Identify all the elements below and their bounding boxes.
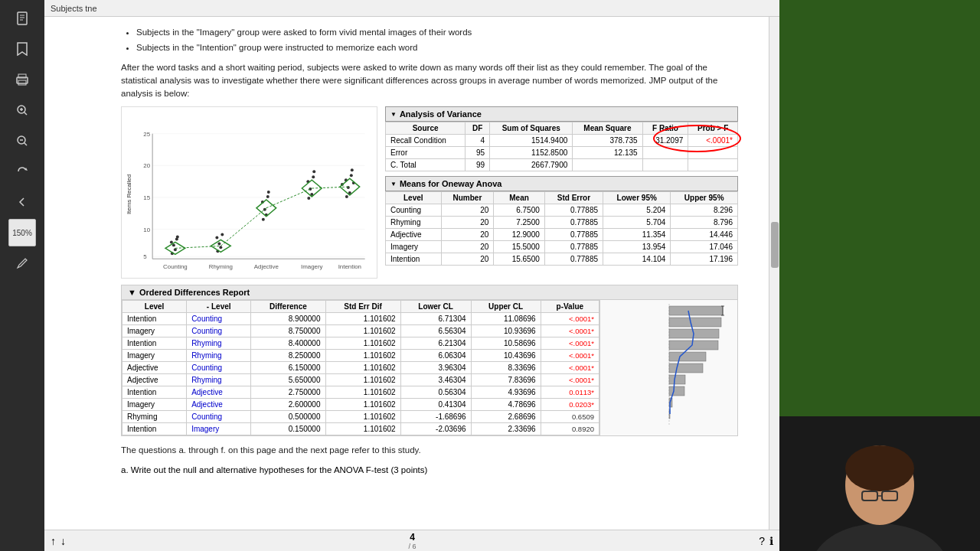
- anova-cell-source-1: Recall Condition: [386, 135, 466, 147]
- anova-cell-source-2: Error: [386, 147, 466, 159]
- camera-feed: [779, 416, 980, 551]
- means-upper-2: 8.796: [671, 217, 738, 229]
- ordered-diff-table: Level - Level Difference Std Err Dif Low…: [122, 300, 599, 435]
- up-arrow-icon[interactable]: ↑: [51, 535, 56, 547]
- zoom-level[interactable]: 150%: [8, 219, 36, 246]
- svg-rect-78: [669, 352, 706, 361]
- svg-line-67: [312, 187, 350, 188]
- svg-rect-75: [669, 318, 721, 327]
- bottom-right-icons: ? ℹ: [759, 535, 773, 547]
- anova-cell-fr-3: [642, 159, 688, 171]
- svg-point-56: [347, 186, 350, 189]
- svg-point-52: [307, 197, 310, 200]
- zoom-out-icon[interactable]: [8, 127, 36, 155]
- zoom-in-icon[interactable]: [8, 96, 36, 124]
- svg-text:Imagery: Imagery: [301, 263, 323, 270]
- means-level-3: Adjective: [386, 229, 442, 241]
- means-row-5: Intention 20 15.6500 0.77885 14.104 17.1…: [386, 253, 738, 266]
- ordered-diff-title: Ordered Differences Report: [139, 288, 250, 297]
- means-level-2: Rhyming: [386, 217, 442, 229]
- means-level-5: Intention: [386, 253, 442, 266]
- svg-point-33: [176, 236, 179, 239]
- svg-point-59: [345, 195, 348, 198]
- scroll-thumb[interactable]: [771, 222, 779, 268]
- means-col-lower: Lower 95%: [603, 192, 671, 204]
- means-row-3: Adjective 20 12.9000 0.77885 11.354 14.4…: [386, 229, 738, 241]
- svg-point-37: [220, 233, 224, 236]
- means-number-1: 20: [441, 204, 494, 217]
- help-icon-2[interactable]: ℹ: [769, 535, 773, 547]
- doc-scroll[interactable]: Subjects in the "Imagery" group were ask…: [44, 17, 769, 530]
- pen-icon[interactable]: [8, 249, 36, 277]
- svg-point-35: [215, 236, 218, 240]
- svg-point-38: [219, 246, 222, 249]
- anova-col-prob: Prob > F: [688, 122, 738, 135]
- means-number-3: 20: [441, 229, 494, 241]
- back-arrow-icon[interactable]: [8, 188, 36, 216]
- od-col-diff: Difference: [251, 301, 325, 313]
- od-col-upper: Upper CL: [471, 301, 541, 313]
- anova-cell-ms-2: 12.135: [573, 147, 642, 159]
- means-level-4: Imagery: [386, 241, 442, 253]
- svg-point-45: [262, 218, 265, 221]
- svg-rect-80: [669, 375, 685, 384]
- bullet-list: Subjects in the "Imagery" group were ask…: [121, 26, 738, 55]
- anova-cell-df-3: 99: [466, 159, 490, 171]
- anova-cell-fr-1: 31.2097: [642, 135, 688, 147]
- od-row-5: AdjectiveCounting 6.1500001.101602 3.963…: [122, 362, 599, 374]
- anova-col-df: DF: [466, 122, 490, 135]
- anova-cell-prob-2: [688, 147, 738, 159]
- means-mean-1: 6.7500: [494, 204, 545, 217]
- svg-point-36: [217, 243, 220, 246]
- anova-col-ms: Mean Square: [573, 122, 642, 135]
- svg-point-43: [266, 195, 270, 198]
- anova-title: Analysis of Variance: [400, 109, 482, 119]
- main-area: Subjects tne Subjects in the "Imagery" g…: [44, 0, 779, 551]
- doc-area: Subjects in the "Imagery" group were ask…: [44, 17, 779, 530]
- means-col-upper: Upper 95%: [671, 192, 738, 204]
- od-col-level: Level: [122, 301, 187, 313]
- anova-cell-ms-1: 378.735: [573, 135, 642, 147]
- svg-rect-6: [18, 80, 26, 85]
- means-col-mean: Mean: [494, 192, 545, 204]
- anova-cell-ss-2: 1152.8500: [490, 147, 573, 159]
- ordered-diff-content: Level - Level Difference Std Err Dif Low…: [122, 300, 737, 435]
- means-number-4: 20: [441, 241, 494, 253]
- anova-header: ▼ Analysis of Variance: [385, 106, 738, 122]
- svg-text:5: 5: [143, 253, 147, 260]
- ordered-diff-table-wrap: Level - Level Difference Std Err Dif Low…: [122, 300, 599, 435]
- od-row-9: RhymingCounting 0.5000001.101602 -1.6869…: [122, 411, 599, 423]
- document-icon[interactable]: [8, 5, 36, 32]
- means-lower-3: 11.354: [603, 229, 671, 241]
- anova-row-2: Error 95 1152.8500 12.135: [386, 147, 738, 159]
- means-row-2: Rhyming 20 7.2500 0.77885 5.704 8.796: [386, 217, 738, 229]
- question-a: a. Write out the null and alternative hy…: [121, 465, 738, 474]
- means-mean-3: 12.9000: [494, 229, 545, 241]
- means-upper-4: 17.046: [671, 241, 738, 253]
- svg-text:Adjective: Adjective: [254, 263, 279, 270]
- bottom-text: The questions a. through f. on this page…: [121, 444, 738, 457]
- means-table: Level Number Mean Std Error Lower 95% Up…: [385, 191, 738, 266]
- anova-col-fr: F Ratio: [642, 122, 688, 135]
- bullet-2: Subjects in the "Intention" group were i…: [136, 41, 738, 54]
- anova-cell-fr-2: [642, 147, 688, 159]
- question-a-text: a. Write out the null and alternative hy…: [121, 465, 427, 474]
- anova-cell-ms-3: [573, 159, 642, 171]
- means-mean-2: 7.2500: [494, 217, 545, 229]
- scrollbar[interactable]: [769, 17, 779, 530]
- means-stderr-4: 0.77885: [544, 241, 603, 253]
- anova-section: ▼ Analysis of Variance Source DF Sum of …: [385, 106, 738, 279]
- rotate-icon[interactable]: [8, 158, 36, 185]
- svg-text:Items Recalled: Items Recalled: [126, 174, 132, 214]
- svg-text:10: 10: [143, 227, 150, 233]
- means-number-2: 20: [441, 217, 494, 229]
- od-row-2: ImageryCounting 8.7500001.101602 6.56304…: [122, 325, 599, 337]
- means-lower-2: 5.704: [603, 217, 671, 229]
- bookmark-icon[interactable]: [8, 35, 36, 63]
- print-icon[interactable]: [8, 66, 36, 93]
- anova-row-1: Recall Condition 4 1514.9400 378.735 31.…: [386, 135, 738, 147]
- means-title: Means for Oneway Anova: [400, 179, 501, 188]
- sidebar: 150%: [0, 0, 44, 551]
- down-arrow-icon[interactable]: ↓: [60, 535, 66, 547]
- help-icon-1[interactable]: ?: [759, 535, 765, 547]
